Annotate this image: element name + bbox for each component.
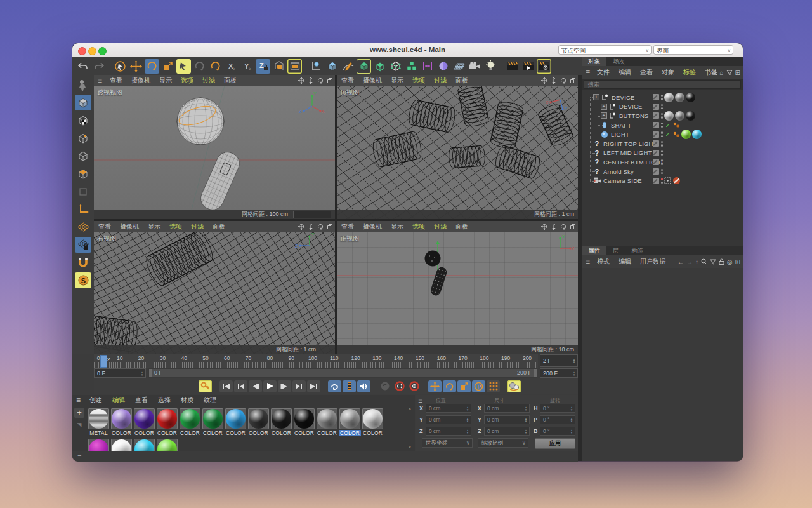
- visibility-dots[interactable]: [661, 178, 663, 184]
- node-space-select[interactable]: 节点空间 ∨: [558, 45, 652, 55]
- key-parameter-toggle[interactable]: P: [472, 380, 485, 392]
- viewport-menu-面板[interactable]: 面板: [219, 76, 241, 85]
- move-tool-icon[interactable]: [129, 59, 143, 74]
- workplane-mode-icon[interactable]: [75, 130, 91, 146]
- coord-system-icon[interactable]: [272, 59, 286, 74]
- material-tag[interactable]: [681, 130, 691, 139]
- texture-mode-icon[interactable]: [75, 112, 91, 128]
- object-row[interactable]: ?RIGHT TOP LIGHT: [582, 139, 743, 149]
- spline-arrange-icon[interactable]: [420, 59, 435, 74]
- axis-z-lock-icon[interactable]: Z: [256, 59, 270, 74]
- viewport-menu-摄像机[interactable]: 摄像机: [358, 76, 386, 85]
- apply-button[interactable]: 应用: [535, 438, 575, 449]
- coordinate-field[interactable]: 0 cm▴▾: [426, 404, 471, 413]
- object-row[interactable]: Camera SIDE: [582, 176, 743, 185]
- titlebar[interactable]: www.sheui.c4d - Main 节点空间 ∨ 界面 ∨: [72, 43, 743, 58]
- object-row[interactable]: +BUTTONS: [582, 111, 743, 121]
- modeling-tool-icon[interactable]: [75, 77, 91, 93]
- axis-mode-icon[interactable]: [75, 201, 91, 217]
- model-mode-icon[interactable]: [75, 95, 91, 110]
- back-icon[interactable]: ←: [678, 258, 684, 265]
- coordinate-field[interactable]: 0 °▴▾: [540, 415, 575, 424]
- coordinate-field[interactable]: 0 °▴▾: [540, 427, 575, 436]
- material-menu-编辑[interactable]: 编辑: [107, 396, 130, 404]
- axis-x-lock-icon[interactable]: Xk: [224, 59, 239, 74]
- viewport-menu-过滤[interactable]: 过滤: [429, 76, 451, 85]
- object-row[interactable]: LIGHT✓: [582, 130, 743, 139]
- object-row[interactable]: ?Arnold Sky: [582, 167, 743, 177]
- add-icon[interactable]: ⊞: [735, 258, 740, 265]
- tab-对象[interactable]: 对象: [582, 57, 606, 66]
- redo-icon[interactable]: [91, 59, 106, 74]
- viewport-menu-显示[interactable]: 显示: [386, 222, 408, 231]
- polygon-mode-icon[interactable]: [75, 166, 91, 182]
- material-tile[interactable]: COLOR: [225, 408, 247, 436]
- visibility-dots[interactable]: [661, 141, 663, 147]
- extrude-icon[interactable]: [372, 59, 387, 74]
- viewport-menu-查看[interactable]: 查看: [105, 76, 127, 85]
- render-view-icon[interactable]: [287, 59, 302, 74]
- timeline-ruler[interactable]: 0102030405060708090100110120130140150160…: [94, 354, 538, 368]
- coordinate-field[interactable]: 0 cm▴▾: [484, 404, 530, 413]
- viewport-menu-过滤[interactable]: 过滤: [429, 222, 451, 231]
- orbit-icon[interactable]: [317, 77, 324, 84]
- next-key-button[interactable]: [292, 380, 306, 392]
- forward-icon[interactable]: →: [686, 258, 693, 265]
- undo-icon[interactable]: [75, 59, 90, 74]
- stepper-icon[interactable]: ▴▾: [465, 404, 470, 412]
- metaball-icon[interactable]: [436, 59, 450, 74]
- playhead[interactable]: [100, 355, 107, 368]
- stepper-icon[interactable]: ▴▾: [523, 416, 528, 424]
- status-menu-icon[interactable]: ≡: [77, 453, 81, 460]
- visibility-dots[interactable]: [661, 95, 663, 100]
- edit-toggle[interactable]: [653, 140, 659, 147]
- visibility-dots[interactable]: [661, 131, 663, 137]
- phong-tag[interactable]: [672, 121, 680, 129]
- stepper-icon[interactable]: ▴▾: [569, 427, 574, 435]
- material-tile[interactable]: COLOR: [339, 408, 361, 436]
- layout-select[interactable]: 界面 ∨: [653, 45, 733, 55]
- stepper-icon[interactable]: ▴▾: [140, 369, 145, 377]
- edit-toggle[interactable]: [653, 94, 659, 100]
- material-menu-选择[interactable]: 选择: [153, 396, 176, 404]
- search-input[interactable]: 搜索: [584, 80, 741, 89]
- key-rotation-toggle[interactable]: [443, 380, 456, 392]
- lock-icon[interactable]: [719, 258, 724, 265]
- material-tag[interactable]: [675, 111, 684, 121]
- sound-button[interactable]: [357, 380, 370, 392]
- pan-icon[interactable]: [298, 224, 304, 230]
- viewport-menu-显示[interactable]: 显示: [155, 76, 176, 85]
- viewport-menu-过滤[interactable]: 过滤: [187, 222, 208, 231]
- attribute-menu-用户数据[interactable]: 用户数据: [636, 257, 670, 266]
- point-mode-icon[interactable]: [75, 148, 91, 164]
- viewport-2[interactable]: XZ查看摄像机显示选项过滤面板顶视图网格间距 : 1 cm: [337, 75, 578, 219]
- live-select-icon[interactable]: [113, 59, 128, 74]
- target-tag[interactable]: [664, 177, 671, 184]
- instance-icon[interactable]: [388, 59, 403, 74]
- object-menu-icon[interactable]: ≡: [582, 68, 593, 77]
- viewport-menu-显示[interactable]: 显示: [143, 222, 165, 231]
- stepper-icon[interactable]: ▴▾: [569, 404, 574, 412]
- edge-mode-icon[interactable]: [75, 184, 91, 199]
- spline-pen-icon[interactable]: [341, 59, 355, 74]
- attribute-menu-icon[interactable]: ≡: [582, 257, 593, 266]
- expander-icon[interactable]: +: [601, 104, 607, 110]
- enabled-check-icon[interactable]: ✓: [665, 122, 670, 129]
- object-row[interactable]: +DEVICE: [582, 93, 743, 102]
- material-tile[interactable]: [133, 439, 155, 451]
- render-picture-viewer-icon[interactable]: [521, 59, 535, 74]
- key-position-toggle[interactable]: [428, 380, 442, 392]
- material-tile[interactable]: [88, 439, 110, 451]
- loop-button[interactable]: [328, 380, 341, 392]
- viewport-3[interactable]: YZ查看摄像机显示选项过滤面板右视图网格间距 : 1 cm: [94, 221, 335, 354]
- dolly-icon[interactable]: [551, 77, 557, 84]
- material-tag[interactable]: [686, 93, 695, 102]
- coordinate-field[interactable]: 0 cm▴▾: [426, 415, 471, 424]
- record-dim-button[interactable]: [378, 380, 391, 392]
- object-row[interactable]: ?CENTER BTM LIGHT: [582, 157, 743, 167]
- material-menu-纹理[interactable]: 纹理: [199, 396, 221, 404]
- object-menu-文件[interactable]: 文件: [593, 68, 614, 77]
- dolly-icon[interactable]: [308, 224, 314, 230]
- viewport-menu-选项[interactable]: 选项: [408, 222, 429, 231]
- world-coords-dropdown[interactable]: 世界坐标∨: [422, 438, 473, 448]
